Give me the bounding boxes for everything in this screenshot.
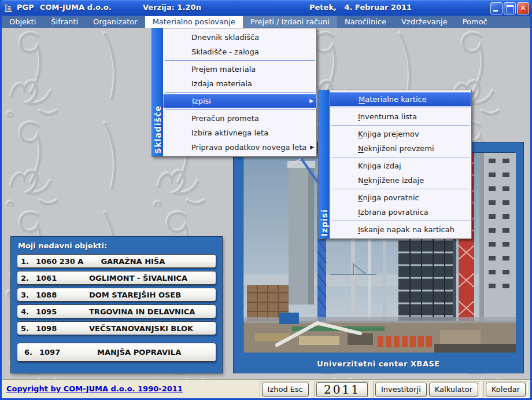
- recent-objects-title: Moji nedavni objekti:: [18, 241, 216, 250]
- menu-item-list: Dnevnik skladiščaSkladišče - zalogaPreje…: [163, 28, 317, 156]
- menubar-item-prejeti-izdani-racuni[interactable]: Prejeti / Izdani računi: [243, 16, 337, 28]
- date-label: Petek, 4. Februar 2011: [309, 3, 412, 12]
- menu-item-knjiga-izdaj[interactable]: Knjiga izdaj: [330, 159, 471, 173]
- menu-item-knjiga-prejemov[interactable]: Knjiga prejemov: [330, 127, 471, 141]
- menu-strip-label: Skladišče: [153, 100, 162, 156]
- menu-item-izpisi[interactable]: Izpisi▶: [163, 94, 317, 108]
- menu-item-label: Knjiga izdaj: [358, 162, 401, 170]
- title-bar: PGP COM-JUMA d.o.o. Verzija: 1.20n Petek…: [0, 0, 532, 16]
- submenu-izpisi: Izpisi Materialne karticeInventurna list…: [318, 90, 472, 239]
- menu-item-label: Preračun prometa: [191, 114, 259, 123]
- izhod-esc-button[interactable]: Izhod Esc: [262, 383, 309, 397]
- menu-separator: [331, 157, 470, 157]
- close-icon: ✕: [518, 3, 529, 12]
- menu-item-dnevnik-skladisca[interactable]: Dnevnik skladišča: [163, 30, 317, 45]
- kalkulator-button[interactable]: Kalkulator: [429, 383, 478, 397]
- menu-item-label: Iskanje napak na karticah: [358, 225, 455, 234]
- recent-object-button-1088[interactable]: 3.1088DOM STAREJŠIH OSEB: [17, 288, 216, 302]
- close-button[interactable]: ✕: [517, 2, 529, 14]
- recent-object-name: VEČSTANOVANJSKI BLOK: [89, 324, 193, 333]
- recent-object-button-1095[interactable]: 4.1095TRGOVINA IN DELAVNICA: [17, 304, 216, 318]
- recent-object-code: 1088: [36, 291, 74, 299]
- menu-item-inventurna-lista[interactable]: Inventurna lista: [330, 109, 471, 124]
- menu-item-neknjizene-izdaje[interactable]: Neknjižene izdaje: [330, 173, 471, 188]
- menu-separator: [331, 108, 470, 108]
- recent-object-number: 5.: [21, 324, 36, 333]
- version-label: Verzija: 1.20n: [143, 3, 201, 12]
- recent-object-button-1061[interactable]: 2.1061OGLIMONT - ŠIVALNICA: [17, 271, 216, 285]
- recent-objects-panel: Moji nedavni objekti: 1.1060 230 AGARAŽN…: [10, 236, 223, 373]
- menu-strip: Izpisi: [319, 90, 330, 238]
- status-button-group: 2011: [314, 381, 370, 398]
- menu-item-label: Neknjižene izdaje: [358, 176, 424, 185]
- maximize-button[interactable]: [504, 2, 516, 14]
- recent-object-code: 1097: [39, 348, 77, 357]
- koledar-button[interactable]: Koledar: [486, 383, 526, 397]
- menu-item-label: Neknjiženi prevzemi: [358, 144, 434, 153]
- recent-objects-list: 1.1060 230 AGARAŽNA HIŠA2.1061OGLIMONT -…: [17, 254, 216, 362]
- menu-item-priprava-podatkov-novega-leta[interactable]: Priprava podatkov novega leta▶: [163, 140, 317, 155]
- menu-item-izbrana-povratnica[interactable]: Izbrana povratnica: [330, 205, 471, 219]
- menu-separator: [165, 109, 315, 110]
- menu-item-iskanje-napak-na-karticah[interactable]: Iskanje napak na karticah: [330, 222, 471, 237]
- recent-object-code: 1060 230 A: [36, 257, 86, 266]
- recent-object-button-1098[interactable]: 5.1098VEČSTANOVANJSKI BLOK: [17, 321, 216, 335]
- menu-separator: [331, 125, 470, 126]
- copyright-link[interactable]: Copyright by COM-JUMA d.o.o. 1990-2011: [6, 384, 183, 393]
- menu-item-label: Knjiga prejemov: [358, 130, 419, 138]
- recent-object-number: 3.: [21, 291, 36, 299]
- app-icon: [4, 3, 14, 13]
- menu-item-prejem-materiala[interactable]: Prejem materiala: [163, 62, 317, 76]
- submenu-arrow-icon: ▶: [309, 94, 313, 108]
- menu-strip: Skladišče: [152, 28, 163, 156]
- menu-strip-label: Izpisi: [320, 203, 329, 238]
- recent-object-name: DOM STAREJŠIH OSEB: [89, 291, 181, 299]
- menu-item-label: Izdaja materiala: [191, 79, 252, 88]
- dropdown-menu-skladisce: Skladišče Dnevnik skladiščaSkladišče - z…: [152, 28, 317, 157]
- investitorji-button[interactable]: Investitorji: [375, 383, 427, 397]
- minimize-button[interactable]: [490, 2, 503, 14]
- menubar-item-vzdrzevanje[interactable]: Vzdrževanje: [394, 16, 455, 28]
- recent-object-code: 1061: [36, 274, 74, 282]
- status-button-group: InvestitorjiKalkulator: [373, 381, 481, 398]
- menubar-item-organizator[interactable]: Organizator: [86, 16, 145, 28]
- menubar-item-sifranti[interactable]: Šifranti: [43, 16, 86, 28]
- menu-item-label: Prejem materiala: [191, 65, 256, 74]
- status-button-group: Izhod Esc: [260, 381, 311, 398]
- menu-item-knjiga-povratnic[interactable]: Knjiga povratnic: [330, 190, 471, 205]
- status-button-groups: Izhod Esc2011InvestitorjiKalkulatorKoled…: [260, 381, 528, 398]
- menu-item-izbira-aktivnega-leta[interactable]: Izbira aktivnega leta: [163, 126, 317, 140]
- menubar-item-pomoc[interactable]: Pomoč: [455, 16, 495, 28]
- recent-object-code: 1098: [36, 324, 74, 333]
- recent-object-code: 1095: [36, 307, 74, 316]
- menu-separator: [331, 189, 470, 189]
- menu-item-neknjizeni-prevzemi[interactable]: Neknjiženi prevzemi: [330, 141, 471, 156]
- photo-caption: Univerzitetni center XBASE: [234, 359, 523, 368]
- recent-object-button-1060-230-a[interactable]: 1.1060 230 AGARAŽNA HIŠA: [17, 254, 216, 268]
- menu-item-label: Izbrana povratnica: [358, 208, 428, 216]
- menu-item-label: Inventurna lista: [358, 112, 417, 121]
- menubar-item-objekti[interactable]: Objekti: [2, 16, 43, 28]
- status-button-group: Koledar: [483, 381, 528, 398]
- recent-object-number: 6.: [24, 348, 39, 357]
- menu-item-preracun-prometa[interactable]: Preračun prometa: [163, 111, 317, 126]
- status-bar: Copyright by COM-JUMA d.o.o. 1990-2011 I…: [2, 379, 530, 398]
- menu-item-label: Dnevnik skladišča: [191, 33, 259, 42]
- menu-item-materialne-kartice[interactable]: Materialne kartice: [330, 92, 471, 107]
- menu-item-skladisce-zaloga[interactable]: Skladišče - zaloga: [163, 45, 317, 59]
- company-title: COM-JUMA d.o.o.: [40, 3, 112, 12]
- menu-item-label: Izpisi: [192, 97, 211, 105]
- menu-item-list: Materialne karticeInventurna listaKnjiga…: [330, 90, 471, 238]
- menubar-item-materialno-poslovanje[interactable]: Materialno poslovanje: [145, 16, 243, 28]
- recent-object-name: MANJŠA POPRAVILA: [97, 348, 181, 357]
- recent-object-name: OGLIMONT - ŠIVALNICA: [89, 274, 187, 282]
- window-controls: ✕: [490, 2, 529, 14]
- 2011-button[interactable]: 2011: [316, 382, 368, 397]
- app-title: PGP: [17, 3, 34, 12]
- menubar-item-narocilnice[interactable]: Naročilnice: [337, 16, 394, 28]
- menu-item-izdaja-materiala[interactable]: Izdaja materiala: [163, 76, 317, 91]
- menu-separator: [165, 60, 315, 61]
- recent-object-name: GARAŽNA HIŠA: [101, 257, 165, 266]
- menu-item-label: Priprava podatkov novega leta: [191, 143, 306, 152]
- recent-object-button-1097[interactable]: 6.1097MANJŠA POPRAVILA: [17, 343, 216, 362]
